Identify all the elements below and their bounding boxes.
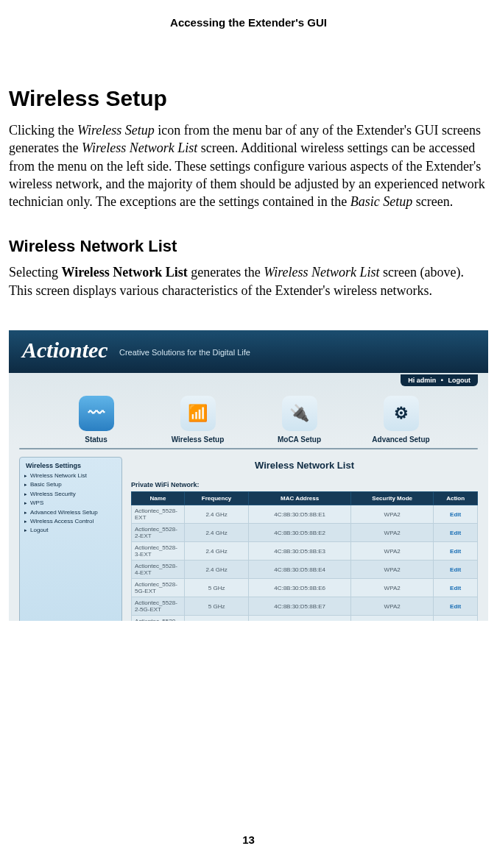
col-mac-address: MAC Address [249, 492, 351, 505]
edit-link[interactable]: Edit [450, 603, 461, 610]
text: Clicking the [9, 123, 77, 138]
cell-action: Edit [434, 542, 478, 561]
network-table: Name Frequency MAC Address Security Mode… [131, 491, 478, 621]
content-area: Wireless Setup Clicking the Wireless Set… [0, 86, 497, 621]
text-bold: Wireless Network List [61, 265, 187, 280]
section-title: Wireless Setup [9, 86, 488, 111]
edit-link[interactable]: Edit [450, 530, 461, 536]
cell-name: Actiontec_5528-2-EXT [132, 524, 185, 542]
menu-wireless-setup[interactable]: 📶 Wireless Setup [158, 396, 239, 444]
status-icon: 〰 [79, 396, 114, 431]
col-security-mode: Security Mode [351, 492, 434, 505]
cell-action: Edit [434, 561, 478, 579]
separator-dot: • [441, 377, 443, 384]
col-frequency: Frequency [185, 492, 249, 505]
cell-name: Actiontec_5528-EXT [132, 505, 185, 524]
cell-action: Edit [434, 505, 478, 524]
text: Selecting [9, 265, 61, 280]
subsection-title: Wireless Network List [9, 237, 488, 256]
cell-security: WPA2 [351, 524, 434, 542]
sidebar-item-logout[interactable]: Logout [26, 526, 116, 535]
user-bar: Hi admin • Logout [401, 374, 478, 386]
sidebar-item-wps[interactable]: WPS [26, 499, 116, 508]
gui-body: Wireless Settings Wireless Network List … [9, 449, 488, 621]
cell-name: Actiontec_5528-4-EXT [132, 561, 185, 579]
cell-security: WPA2 [351, 542, 434, 561]
sidebar-item-wireless-security[interactable]: Wireless Security [26, 490, 116, 499]
cell-frequency: 2.4 GHz [185, 542, 249, 561]
cell-frequency: 2.4 GHz [185, 524, 249, 542]
col-name: Name [132, 492, 185, 505]
cell-mac: 4C:8B:30:D5:8B:E2 [249, 524, 351, 542]
brand-tagline: Creative Solutions for the Digital Life [119, 348, 250, 357]
text-italic: Basic Setup [350, 194, 412, 209]
menu-label: MoCA Setup [259, 435, 340, 444]
table-row: Actiontec_5528-4-EXT2.4 GHz4C:8B:30:D5:8… [132, 561, 478, 579]
cell-security: WPA2 [351, 561, 434, 579]
sidebar-title: Wireless Settings [26, 462, 116, 469]
gui-screenshot: Actiontec Creative Solutions for the Dig… [9, 330, 488, 621]
page-header: Accessing the Extender's GUI [0, 0, 497, 29]
main-panel: Wireless Network List Private WiFi Netwo… [131, 457, 478, 621]
cell-frequency: 2.4 GHz [185, 561, 249, 579]
col-action: Action [434, 492, 478, 505]
text-italic: Wireless Network List [82, 140, 197, 155]
cell-mac: 4C:8B:30:D5:8B:E1 [249, 505, 351, 524]
paragraph-2: Selecting Wireless Network List generate… [9, 263, 488, 299]
menu-label: Status [56, 435, 137, 444]
menu-advanced-setup[interactable]: ⚙ Advanced Setup [361, 396, 442, 444]
cell-mac: 4C:8B:30:D5:8B:E7 [249, 597, 351, 616]
edit-link[interactable]: Edit [450, 585, 461, 591]
cell-security: WPA2 [351, 579, 434, 597]
cell-mac: 4C:8B:30:D5:8B:E8 [249, 616, 351, 622]
cell-security: WPA2 [351, 616, 434, 622]
cell-frequency: 2.4 GHz [185, 505, 249, 524]
table-row: Actiontec_5528-2-5G-EXT5 GHz4C:8B:30:D5:… [132, 597, 478, 616]
menu-status[interactable]: 〰 Status [56, 396, 137, 444]
advanced-icon: ⚙ [384, 396, 419, 431]
edit-link[interactable]: Edit [450, 511, 461, 518]
menu-label: Advanced Setup [361, 435, 442, 444]
logout-link[interactable]: Logout [448, 377, 471, 384]
text-italic: Wireless Network List [264, 265, 379, 280]
cell-action: Edit [434, 524, 478, 542]
table-row: Actiontec_5528-2-EXT2.4 GHz4C:8B:30:D5:8… [132, 524, 478, 542]
cell-name: Actiontec_5528-2-5G-EXT [132, 597, 185, 616]
menu-moca-setup[interactable]: 🔌 MoCA Setup [259, 396, 340, 444]
sidebar-item-basic-setup[interactable]: Basic Setup [26, 480, 116, 489]
table-row: Actiontec_5528-EXT2.4 GHz4C:8B:30:D5:8B:… [132, 505, 478, 524]
cell-name: Actiontec_5528-3-EXT [132, 542, 185, 561]
brand-logo: Actiontec [22, 338, 108, 363]
cell-mac: 4C:8B:30:D5:8B:E4 [249, 561, 351, 579]
sidebar-item-advanced-wireless-setup[interactable]: Advanced Wireless Setup [26, 508, 116, 517]
cell-mac: 4C:8B:30:D5:8B:E3 [249, 542, 351, 561]
panel-title: Wireless Network List [131, 460, 478, 471]
table-label: Private WiFi Network: [131, 481, 478, 488]
table-row: Actiontec_5528-5G-EXT5 GHz4C:8B:30:D5:8B… [132, 579, 478, 597]
cell-frequency: 5 GHz [185, 579, 249, 597]
user-greeting: Hi admin [408, 377, 436, 384]
cell-name: Actiontec_5528-5G-EXT [132, 579, 185, 597]
menu-label: Wireless Setup [158, 435, 239, 444]
sidebar-item-wireless-access-control[interactable]: Wireless Access Control [26, 517, 116, 526]
cell-frequency: 5 GHz [185, 616, 249, 622]
text: generates the [188, 265, 264, 280]
cell-security: WPA2 [351, 597, 434, 616]
sidebar: Wireless Settings Wireless Network List … [19, 457, 122, 621]
wireless-icon: 📶 [180, 396, 216, 431]
cell-action: Edit [434, 616, 478, 622]
paragraph-1: Clicking the Wireless Setup icon from th… [9, 121, 488, 210]
cell-name: Actiontec_5528-3-5G-EXT [132, 616, 185, 622]
cell-action: Edit [434, 597, 478, 616]
cell-mac: 4C:8B:30:D5:8B:E6 [249, 579, 351, 597]
table-row: Actiontec_5528-3-EXT2.4 GHz4C:8B:30:D5:8… [132, 542, 478, 561]
gui-topbar: Actiontec Creative Solutions for the Dig… [9, 330, 488, 373]
edit-link[interactable]: Edit [450, 566, 461, 573]
text-italic: Wireless Setup [77, 123, 155, 138]
cell-security: WPA2 [351, 505, 434, 524]
table-header-row: Name Frequency MAC Address Security Mode… [132, 492, 478, 505]
cell-frequency: 5 GHz [185, 597, 249, 616]
sidebar-item-wireless-network-list[interactable]: Wireless Network List [26, 472, 116, 480]
text: screen. [412, 194, 453, 209]
edit-link[interactable]: Edit [450, 548, 461, 555]
